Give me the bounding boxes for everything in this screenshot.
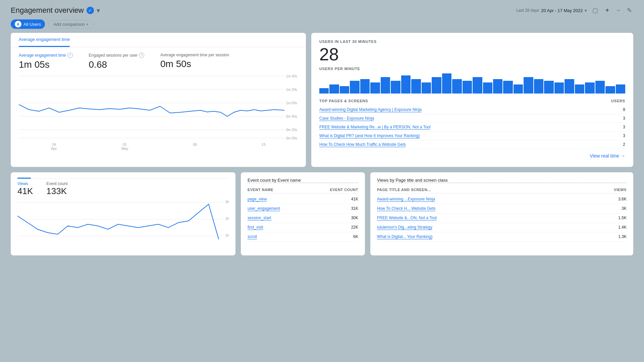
edit-icon-button[interactable]: ✎ [626,5,633,15]
bar-mini-item [565,79,574,94]
bar-mini-item [391,81,400,94]
event-name-cell[interactable]: user_engagement [248,206,280,211]
page-link[interactable]: What is Digital PR? (and How It Improves… [319,133,420,138]
event-count-cell: 22K [351,225,358,230]
title-dropdown-button[interactable]: ▾ [97,6,100,14]
bar-mini-item [575,84,584,94]
event-name-cell[interactable]: scroll [248,234,257,239]
bar-mini-item [544,81,553,94]
views-value: 41K [17,186,33,196]
table-row: What is Digital... Your Ranking) 1.3K [377,232,627,242]
views-count-cell: 3.6K [618,197,627,202]
x-axis-labels: 24Apr 01May 08 15 [19,141,298,150]
compare-icon-button[interactable]: ~ [615,6,622,15]
page-link[interactable]: Case Studies - Exposure Ninja [319,116,374,121]
add-comparison-label: Add comparison + [53,22,89,27]
page-title-col-header: PAGE TITLE AND SCREEN... [377,188,431,192]
event-name-cell[interactable]: first_visit [248,225,263,230]
svg-text:1m 40s: 1m 40s [286,74,297,78]
page-link[interactable]: Award-winning Digital Marketing Agency |… [319,107,422,112]
avatar: A [15,21,21,27]
table-row: session_start 30K [248,214,358,223]
views-col-header: VIEWS [614,188,627,192]
table-row: Award-winning ...Exposure Ninja 3.6K [377,195,627,204]
page-link[interactable]: How To Check How Much Traffic a Website … [319,142,406,147]
page-name-cell[interactable]: lululemon's Dig...eting Strategy [377,225,432,230]
views-metrics: Views 41K Event count 133K [17,181,229,196]
views-by-page-card: Views by Page title and screen class PAG… [370,172,633,255]
view-realtime-link[interactable]: View real time → [319,153,625,159]
engagement-line-chart: 1m 40s 1m 20s 1m 00s 0m 40s 0m 20s 0m 00… [19,73,298,140]
table-row: user_engagement 31K [248,204,358,214]
metric2-help-icon[interactable]: ? [139,53,144,58]
bar-mini-item [329,84,339,94]
table-row: How To Check H... Website Gets 3K [377,204,627,214]
page-link[interactable]: FREE Website & Marketing Re...w | By a P… [319,125,430,130]
bar-mini-item [493,79,502,94]
tab-engagement-time[interactable]: Average engagement time [19,33,70,47]
bar-mini-item [452,79,462,94]
arrow-right-icon: → [621,153,625,159]
views-table: Award-winning ...Exposure Ninja 3.6K How… [377,195,627,242]
table-row: first_visit 22K [248,223,358,232]
event-name-cell[interactable]: page_view [248,197,267,202]
card-tab-bar: Average engagement time [11,33,306,47]
bar-mini-item [442,73,451,94]
page-count: 3 [623,133,625,138]
event-name-col-header: EVENT NAME [248,188,273,192]
bar-mini-item [616,84,625,94]
share-icon-button[interactable]: ✦ [603,5,611,15]
page-count: 3 [623,116,625,121]
event-count-card: Event count by Event name EVENT NAME EVE… [241,172,365,255]
metric1-value: 1m 05s [19,59,73,70]
page-name-cell[interactable]: What is Digital... Your Ranking) [377,234,432,239]
metric1-label: Average engagement time ? [19,53,73,58]
page-name-cell[interactable]: How To Check H... Website Gets [377,206,435,211]
event-count-cell: 31K [351,206,358,211]
add-comparison-button[interactable]: Add comparison + [48,20,94,28]
svg-text:0m 00s: 0m 00s [286,136,297,140]
page-count: 3 [623,125,625,130]
page-name-cell[interactable]: Award-winning ...Exposure Ninja [377,197,435,202]
all-users-chip[interactable]: A All Users [11,19,45,29]
event-name-cell[interactable]: session_start [248,216,271,221]
event-table: page_view 41K user_engagement 31K sessio… [248,195,358,242]
views-by-page-title: Views by Page title and screen class [377,178,627,183]
bar-mini-item [595,81,605,94]
table-row: FREE Website &...ON, Not a Tool 1.5K [377,214,627,223]
event-count-cell: 6K [353,234,358,239]
pages-header: TOP PAGES & SCREENS USERS [319,99,625,103]
page-row: Award-winning Digital Marketing Agency |… [319,106,625,114]
event-count-label: Event count [46,181,67,186]
date-dropdown-icon: ▾ [585,8,587,13]
bottom-section: Views 41K Event count 133K 3K 2K 1K Even… [0,167,644,261]
page-row: Case Studies - Exposure Ninja 3 [319,114,625,123]
user-chip-label: All Users [23,22,41,27]
page-name-cell[interactable]: FREE Website &...ON, Not a Tool [377,216,437,221]
bar-mini-item [534,79,543,94]
page-row: How To Check How Much Traffic a Website … [319,140,625,149]
svg-text:1m 00s: 1m 00s [286,101,297,105]
bar-mini-item [554,82,564,94]
svg-text:2K: 2K [225,217,229,221]
x-label-15: 15 [262,142,266,150]
bar-mini-item [422,82,431,94]
event-count-title: Event count by Event name [248,178,358,183]
views-count-cell: 3K [622,206,627,211]
realtime-big-number: 28 [319,45,625,64]
metric1-help-icon[interactable]: ? [67,53,73,58]
metric2-label: Engaged sessions per user ? [89,53,144,58]
users-per-minute-chart [319,73,625,94]
svg-text:1K: 1K [225,234,229,237]
event-count-cell: 41K [351,197,358,202]
report-icon-button[interactable]: ▢ [591,5,599,15]
bar-mini-item [432,77,441,94]
metric2-value: 0.68 [89,59,144,70]
views-count-cell: 1.4K [618,225,627,230]
views-svg: 3K 2K 1K [17,199,229,243]
header-right: Last 28 days 20 Apr - 17 May 2022 ▾ ▢ ✦ … [516,5,633,15]
svg-text:0m 40s: 0m 40s [286,115,297,118]
metrics-row: Average engagement time ? 1m 05s Engaged… [11,47,306,73]
date-range-selector[interactable]: Last 28 days 20 Apr - 17 May 2022 ▾ [516,8,587,13]
realtime-section-label: USERS IN LAST 30 MINUTES [319,40,625,44]
